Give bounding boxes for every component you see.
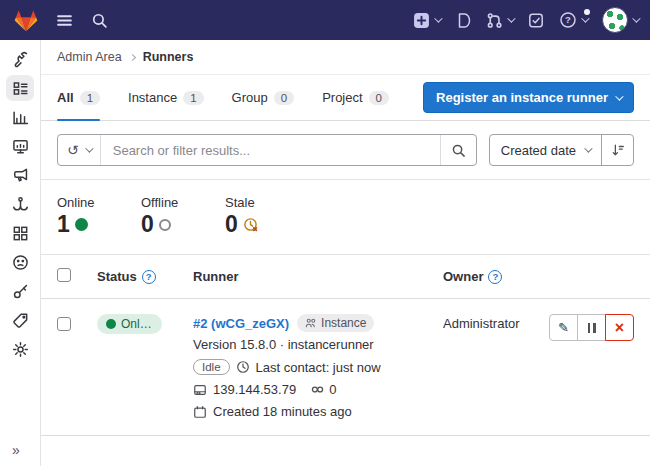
filter-history-button[interactable]: ↺: [58, 135, 101, 165]
sidebar-item-admin-overview[interactable]: [6, 46, 34, 72]
sort-direction-button[interactable]: [601, 135, 633, 165]
stat-offline: Offline 0: [141, 195, 199, 236]
sidebar-item-labels[interactable]: [6, 307, 34, 333]
column-header-runner: Runner: [193, 269, 239, 284]
issues-icon[interactable]: [455, 12, 471, 29]
online-status-icon: [75, 218, 88, 231]
sidebar-item-applications[interactable]: [6, 220, 34, 246]
tab-instance[interactable]: Instance 1: [128, 75, 204, 120]
stat-value: 1: [57, 213, 70, 236]
stat-online: Online 1: [57, 195, 115, 236]
runner-paused-badge: Idle: [193, 359, 230, 375]
sort-by-dropdown[interactable]: Created date: [490, 135, 601, 165]
sidebar-item-abuse-reports[interactable]: [6, 249, 34, 275]
runner-version: Version 15.8.0 · instancerunner: [193, 337, 374, 352]
sidebar-item-analytics[interactable]: [6, 104, 34, 130]
sidebar-item-monitoring[interactable]: [6, 133, 34, 159]
status-help-icon[interactable]: ?: [142, 270, 156, 284]
runner-jobs-count[interactable]: 0: [329, 382, 336, 397]
sort-descending-icon: [611, 143, 625, 157]
breadcrumb: Admin Area Runners: [41, 40, 650, 75]
chevron-down-icon: [434, 14, 442, 22]
sidebar-item-system-hooks[interactable]: [6, 191, 34, 217]
tab-label: Group: [232, 90, 268, 105]
breadcrumb-admin-area[interactable]: Admin Area: [57, 50, 122, 64]
runner-last-contact: Last contact: just now: [256, 360, 381, 375]
pause-runner-button[interactable]: [577, 314, 606, 341]
hamburger-menu-icon[interactable]: [56, 12, 73, 29]
merge-requests-menu[interactable]: [486, 12, 513, 29]
chevron-down-icon: [85, 144, 93, 152]
new-menu-button[interactable]: [413, 12, 440, 29]
status-badge-label: Online: [121, 317, 153, 331]
search-submit-button[interactable]: [440, 135, 476, 165]
runner-created-time: Created 18 minutes ago: [213, 404, 352, 419]
sidebar-item-messages[interactable]: [6, 162, 34, 188]
tab-label: Instance: [128, 90, 177, 105]
column-header-status: Status: [97, 269, 137, 284]
sidebar-item-runners[interactable]: [6, 75, 34, 101]
runner-link[interactable]: #2 (wCG_zeGX): [193, 316, 289, 331]
main-content: Admin Area Runners All 1 Instance 1 G: [41, 40, 650, 466]
tab-group[interactable]: Group 0: [232, 75, 295, 120]
tab-label: Project: [322, 90, 362, 105]
sidebar-item-credentials[interactable]: [6, 278, 34, 304]
delete-runner-button[interactable]: ×: [605, 314, 634, 341]
top-navigation-bar: ?: [0, 0, 650, 40]
gitlab-logo[interactable]: [14, 9, 38, 32]
sort-control: Created date: [489, 134, 634, 166]
select-all-checkbox[interactable]: [57, 268, 71, 282]
clock-icon: [236, 360, 250, 374]
status-badge: Online: [97, 314, 162, 334]
calendar-icon: [193, 405, 207, 419]
users-icon: [305, 317, 317, 329]
tab-label: All: [57, 90, 74, 105]
admin-sidebar: »: [0, 40, 41, 466]
sidebar-collapse-button[interactable]: »: [0, 442, 20, 458]
tab-count-badge: 1: [80, 91, 100, 105]
table-row: Online #2 (wCG_zeGX) Instance: [41, 299, 650, 436]
register-instance-runner-button[interactable]: Register an instance runner: [423, 82, 634, 113]
runner-ip-address: 139.144.53.79: [213, 382, 296, 397]
search-icon: [451, 143, 466, 158]
chevron-down-icon: [615, 92, 623, 100]
stat-label: Online: [57, 195, 115, 210]
pause-icon: [588, 323, 596, 333]
stat-value: 0: [141, 213, 154, 236]
column-header-owner: Owner: [443, 269, 483, 284]
user-avatar-menu[interactable]: [602, 7, 638, 33]
sidebar-item-settings[interactable]: [6, 336, 34, 362]
pencil-icon: ✎: [558, 320, 569, 335]
tab-count-badge: 0: [274, 91, 294, 105]
close-icon: ×: [615, 319, 624, 337]
chevron-down-icon: [581, 14, 589, 22]
link-icon: [310, 382, 325, 397]
online-dot-icon: [106, 319, 116, 329]
owner-help-icon[interactable]: ?: [488, 270, 502, 284]
tab-project[interactable]: Project 0: [322, 75, 389, 120]
runner-status-stats: Online 1 Offline 0 Stale 0: [41, 180, 650, 254]
stat-value: 0: [225, 213, 238, 236]
runner-summary-cell: #2 (wCG_zeGX) Instance Version 15.8.0 · …: [193, 314, 443, 419]
tab-count-badge: 1: [183, 91, 203, 105]
chevron-down-icon: [584, 144, 592, 152]
tab-all[interactable]: All 1: [57, 75, 100, 120]
filter-sort-row: ↺ Created date: [57, 134, 634, 166]
select-runner-checkbox[interactable]: [57, 317, 71, 331]
tab-count-badge: 0: [369, 91, 389, 105]
edit-runner-button[interactable]: ✎: [549, 314, 578, 341]
runner-owner: Administrator: [443, 314, 542, 331]
offline-status-icon: [159, 219, 171, 231]
help-menu[interactable]: ?: [559, 11, 587, 29]
search-input[interactable]: [101, 135, 440, 165]
search-filter-box: ↺: [57, 134, 477, 166]
stat-label: Stale: [225, 195, 283, 210]
todo-list-icon[interactable]: [528, 12, 544, 29]
search-icon[interactable]: [91, 12, 108, 29]
stat-stale: Stale 0: [225, 195, 283, 236]
stale-clock-icon: [243, 217, 259, 233]
svg-text:?: ?: [565, 14, 571, 25]
chevron-down-icon: [507, 14, 515, 22]
history-icon: ↺: [67, 142, 79, 158]
host-icon: [193, 383, 207, 397]
